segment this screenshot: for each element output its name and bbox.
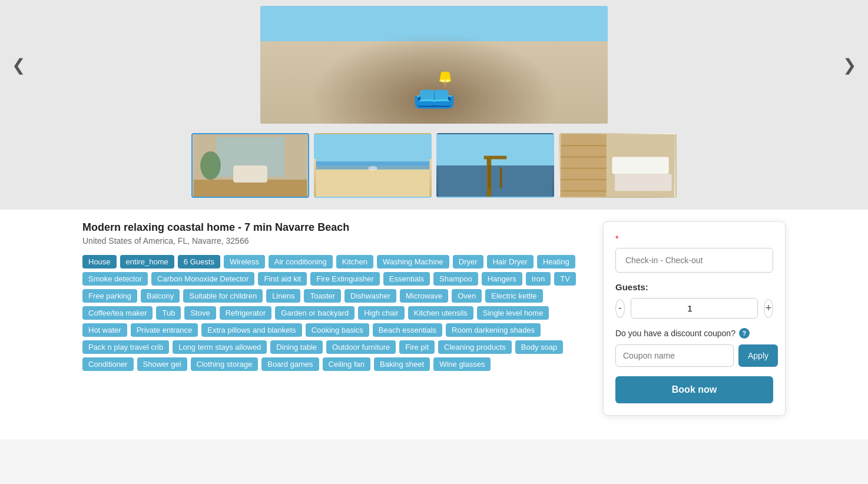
tag-item: Suitable for children [183, 289, 263, 303]
svg-rect-26 [484, 156, 507, 160]
tag-item: Heating [537, 255, 575, 268]
tag-item: Balcony [141, 289, 180, 303]
tag-item: Beach essentials [373, 323, 442, 337]
guests-increment-button[interactable]: + [764, 299, 773, 318]
tag-item: entire_home [120, 255, 174, 268]
svg-rect-0 [260, 6, 608, 124]
thumbnail-3[interactable] [436, 133, 554, 198]
date-input[interactable] [615, 248, 773, 273]
book-now-button[interactable]: Book now [615, 376, 773, 403]
tag-item: Long term stays allowed [173, 340, 267, 354]
tag-item: First aid kit [258, 272, 307, 286]
tag-item: Tub [156, 306, 181, 320]
next-arrow-button[interactable]: ❯ [837, 49, 862, 81]
listing-location: United States of America, FL, Navarre, 3… [82, 236, 591, 246]
svg-rect-30 [561, 134, 607, 197]
svg-rect-2 [260, 94, 608, 124]
tag-item: Single level home [477, 306, 549, 320]
tag-item: Linens [266, 289, 300, 303]
tag-item: Fire Extinguisher [310, 272, 380, 286]
tag-item: Refrigerator [220, 306, 272, 320]
tag-item: TV [554, 272, 576, 286]
svg-rect-9 [316, 79, 322, 94]
svg-point-22 [368, 166, 377, 171]
help-icon[interactable]: ? [739, 328, 750, 339]
svg-rect-37 [615, 174, 671, 191]
guests-input[interactable] [631, 298, 758, 319]
main-image [260, 6, 608, 124]
svg-rect-28 [500, 167, 502, 188]
svg-rect-36 [612, 157, 668, 174]
tags-container: Houseentire_home6 GuestsWirelessAir cond… [82, 255, 591, 371]
guests-label: Guests: [615, 282, 773, 292]
tag-item: Coffee/tea maker [82, 306, 153, 320]
listing-title: Modern relaxing coastal home - 7 min Nav… [82, 221, 591, 234]
guests-control: - + [615, 298, 773, 319]
thumbnail-4[interactable] [559, 133, 677, 198]
svg-rect-13 [525, 74, 561, 97]
tag-item: Garden or backyard [275, 306, 355, 320]
svg-point-8 [302, 35, 337, 82]
tag-item: Free parking [82, 289, 137, 303]
tag-item: Kitchen [336, 255, 373, 268]
svg-rect-5 [490, 65, 508, 100]
tag-item: Shampoo [433, 272, 478, 286]
tag-item: Room darkening shades [446, 323, 541, 337]
svg-rect-3 [366, 71, 502, 100]
tag-item: House [82, 255, 117, 268]
tag-item: Oven [452, 289, 482, 303]
tag-item: Clothing storage [191, 357, 259, 371]
guests-decrement-button[interactable]: - [615, 299, 625, 318]
discount-label: Do you have a discount coupon? ? [615, 328, 773, 339]
required-mark: * [615, 234, 773, 243]
tag-item: Pack n play travel crib [82, 340, 169, 354]
tag-item: Dishwasher [344, 289, 396, 303]
tag-item: High chair [358, 306, 405, 320]
tag-item: Extra pillows and blankets [201, 323, 302, 337]
tag-item: Hot water [82, 323, 127, 337]
tag-item: Electric kettle [485, 289, 542, 303]
tag-item: Hangers [482, 272, 522, 286]
tag-item: Kitchen utensils [408, 306, 473, 320]
thumbnail-2[interactable] [314, 133, 432, 198]
tag-item: Wine glasses [433, 357, 491, 371]
gallery-section: ❮ [0, 0, 868, 210]
svg-rect-4 [360, 65, 378, 100]
tag-item: Washing Machine [377, 255, 449, 268]
tag-item: Hair Dryer [487, 255, 534, 268]
tag-item: Smoke detector [82, 272, 148, 286]
svg-rect-1 [349, 12, 519, 88]
svg-rect-11 [546, 71, 552, 94]
tag-item: Dining table [270, 340, 323, 354]
booking-panel: * Guests: - + Do you have a discount cou… [603, 221, 786, 416]
coupon-input[interactable] [615, 344, 734, 367]
prev-arrow-button[interactable]: ❮ [6, 49, 31, 81]
tag-item: 6 Guests [178, 255, 220, 268]
svg-rect-27 [488, 165, 491, 188]
tag-item: Board games [261, 357, 319, 371]
apply-button[interactable]: Apply [738, 344, 778, 367]
tag-item: Private entrance [131, 323, 198, 337]
tag-item: Conditioner [82, 357, 134, 371]
svg-rect-6 [366, 65, 502, 77]
page-wrapper: ❮ [0, 0, 868, 439]
thumbnail-1[interactable] [191, 133, 309, 198]
listing-info: Modern relaxing coastal home - 7 min Nav… [82, 221, 591, 371]
tag-item: Microwave [400, 289, 448, 303]
svg-point-18 [200, 151, 221, 180]
svg-rect-19 [316, 134, 430, 165]
tag-item: Wireless [224, 255, 265, 268]
tag-item: Cooking basics [306, 323, 369, 337]
tag-item: Cleaning products [438, 340, 512, 354]
tag-item: Toaster [304, 289, 341, 303]
svg-rect-7 [408, 88, 460, 106]
tag-item: Air conditioning [269, 255, 333, 268]
main-image-container: ❮ [0, 6, 868, 124]
content-section: Modern relaxing coastal home - 7 min Nav… [0, 210, 868, 439]
svg-rect-12 [307, 74, 343, 97]
coupon-row: Apply [615, 344, 773, 367]
tag-item: Stove [184, 306, 216, 320]
tag-item: Outdoor furniture [326, 340, 396, 354]
tag-item: Iron [526, 272, 551, 286]
tag-item: Fire pit [399, 340, 435, 354]
